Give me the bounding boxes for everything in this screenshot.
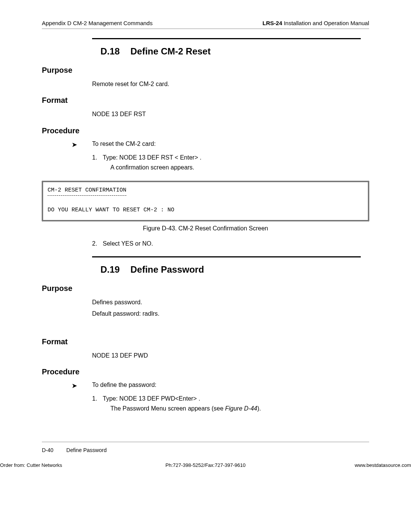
procedure-intro-text: To define the password: <box>92 382 156 390</box>
section-rule <box>92 38 361 39</box>
result-text-c: ). <box>257 405 261 412</box>
footer-page-title: Define Password <box>66 447 107 453</box>
header-left-text: Appendix D CM-2 Management Commands <box>42 20 153 26</box>
purpose-text: Remote reset for CM-2 card. <box>92 80 369 88</box>
header-right-rest: Installation and Operation Manual <box>282 20 369 26</box>
procedure-heading: Procedure <box>42 367 369 376</box>
page-header: Appendix D CM-2 Management Commands LRS-… <box>42 20 369 29</box>
step-1-result: A confirmation screen appears. <box>110 164 369 171</box>
terminal-title-line: CM-2 RESET CONFIRMATION <box>48 186 126 196</box>
header-right-text: LRS-24 Installation and Operation Manual <box>263 20 369 26</box>
terminal-prompt-line: DO YOU REALLY WANT TO RESET CM-2 : NO <box>48 207 174 213</box>
step-number: 2. <box>92 240 103 247</box>
step-1-row: 1. Type: NODE 13 DEF RST < Enter> . <box>92 154 369 161</box>
section-title: Define CM-2 Reset <box>131 46 211 57</box>
section-number: D.19 <box>100 264 120 275</box>
procedure-heading: Procedure <box>42 126 369 135</box>
purpose-heading: Purpose <box>42 66 369 75</box>
step-1-text: Type: NODE 13 DEF PWD<Enter> . <box>103 395 200 402</box>
result-text-a: The Password Menu screen appears (see <box>110 405 225 412</box>
website-text: www.bestdatasource.com <box>355 462 411 468</box>
default-password-label: Default password: <box>92 310 143 317</box>
step-number: 1. <box>92 395 103 402</box>
step-1-text: Type: NODE 13 DEF RST < Enter> . <box>103 154 201 161</box>
section-title: Define Password <box>131 264 204 275</box>
procedure-intro-row: ➤ To reset the CM-2 card: <box>72 141 369 149</box>
page-footer: D-40 Define Password <box>42 447 107 453</box>
purpose-text-2: Default password: radlrs. <box>92 310 369 318</box>
step-2-text: Select YES or NO. <box>103 240 153 247</box>
figure-caption: Figure D-43. CM-2 Reset Confirmation Scr… <box>42 225 369 232</box>
default-password-period: . <box>158 310 159 317</box>
format-heading: Format <box>42 337 369 346</box>
purpose-heading: Purpose <box>42 284 369 293</box>
procedure-intro-text: To reset the CM-2 card: <box>92 141 156 149</box>
step-1-result: The Password Menu screen appears (see Fi… <box>110 405 369 412</box>
format-heading: Format <box>42 96 369 105</box>
format-text: NODE 13 DEF RST <box>92 110 369 118</box>
section-rule <box>92 256 361 257</box>
procedure-intro-row: ➤ To define the password: <box>72 382 369 390</box>
section-heading: D.19 Define Password <box>92 264 369 275</box>
format-text: NODE 13 DEF PWD <box>92 351 369 360</box>
document-page: Appendix D CM-2 Management Commands LRS-… <box>0 0 411 532</box>
bottom-info-row: Order from: Cutter Networks Ph:727-398-5… <box>0 462 411 468</box>
phone-fax-text: Ph:727-398-5252/Fax:727-397-9610 <box>166 462 245 468</box>
figure-reference: Figure D-44 <box>225 405 257 412</box>
default-password-value: radlrs <box>143 310 158 317</box>
arrow-icon: ➤ <box>72 382 92 390</box>
order-from-text: Order from: Cutter Networks <box>0 462 62 468</box>
terminal-screen: CM-2 RESET CONFIRMATION DO YOU REALLY WA… <box>42 181 369 221</box>
footer-page-number: D-40 <box>42 447 53 453</box>
purpose-text-1: Defines password. <box>92 298 369 307</box>
footer-rule <box>42 442 369 442</box>
header-right-bold: LRS-24 <box>263 20 282 26</box>
section-heading: D.18 Define CM-2 Reset <box>92 46 369 57</box>
section-number: D.18 <box>100 46 120 57</box>
step-1-row: 1. Type: NODE 13 DEF PWD<Enter> . <box>92 395 369 402</box>
arrow-icon: ➤ <box>72 141 92 149</box>
step-number: 1. <box>92 154 103 161</box>
step-2-row: 2. Select YES or NO. <box>92 240 369 247</box>
